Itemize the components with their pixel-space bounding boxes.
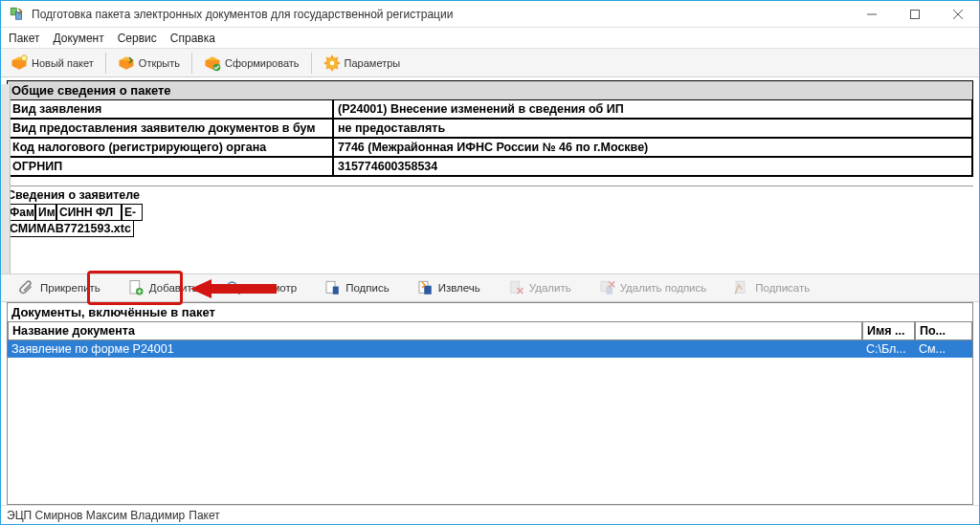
- svg-rect-17: [424, 286, 432, 295]
- general-header: Общие сведения о пакете: [8, 81, 972, 99]
- status-sign: ЭЦП Смирнов Максим Владимир: [7, 509, 185, 522]
- svg-rect-3: [910, 10, 919, 18]
- general-key: ОГРНИП: [8, 157, 333, 176]
- params-button[interactable]: Параметры: [318, 53, 407, 74]
- menubar: Пакет Документ Сервис Справка: [1, 28, 979, 49]
- svg-point-12: [228, 282, 236, 291]
- maximize-button[interactable]: [893, 1, 936, 27]
- docs-header: Документы, включённые в пакет: [8, 303, 972, 321]
- svg-point-6: [21, 55, 27, 60]
- sign-icon: [323, 279, 341, 296]
- delete-sign-icon: [598, 279, 615, 296]
- status-packet: Пакет: [189, 509, 219, 522]
- extract-icon: [416, 279, 434, 296]
- new-packet-button[interactable]: Новый пакет: [5, 53, 100, 74]
- docs-panel: Документы, включённые в пакет Название д…: [7, 302, 973, 505]
- general-panel: Общие сведения о пакете Вид заявления (Р…: [7, 80, 973, 177]
- app-icon: [9, 6, 26, 23]
- menu-help[interactable]: Справка: [170, 32, 215, 45]
- new-packet-icon: [11, 55, 28, 72]
- docs-body[interactable]: Заявление по форме Р24001 C:\Бл... См...: [8, 340, 972, 504]
- params-icon: [323, 55, 341, 72]
- attach-button[interactable]: Прикрепить: [11, 277, 108, 298]
- col-fam[interactable]: Фам: [7, 204, 35, 221]
- minimize-button[interactable]: [850, 1, 893, 27]
- app-window: Подготовка пакета электронных документов…: [0, 0, 980, 525]
- cell-name: Заявление по форме Р24001: [8, 340, 862, 358]
- svg-point-9: [329, 60, 334, 65]
- applicant-header: Сведения о заявителе: [7, 186, 973, 204]
- attach-icon: [18, 279, 35, 296]
- delete-icon: [507, 279, 524, 296]
- applicant-panel: Сведения о заявителе Фам Им СИНН ФЛ Е- С…: [7, 186, 973, 237]
- general-val[interactable]: (Р24001) Внесение изменений в сведения о…: [333, 99, 972, 119]
- window-title: Подготовка пакета электронных документов…: [32, 8, 850, 21]
- form-icon: [204, 55, 221, 72]
- add-button[interactable]: Добавить: [120, 277, 206, 298]
- separator: [311, 53, 312, 74]
- delete-sign-button[interactable]: Удалить подпись: [590, 277, 715, 298]
- col-name[interactable]: Название документа: [8, 321, 862, 340]
- svg-line-13: [235, 290, 240, 295]
- col-name[interactable]: Им: [35, 204, 56, 221]
- view-button[interactable]: Просмотр: [217, 277, 305, 298]
- svg-rect-22: [606, 287, 612, 295]
- general-key: Вид заявления: [8, 99, 333, 119]
- delete-button[interactable]: Удалить: [500, 277, 579, 298]
- docs-columns: Название документа Имя ... По...: [8, 321, 972, 340]
- col-sign[interactable]: По...: [915, 321, 972, 340]
- col-file[interactable]: Имя ...: [862, 321, 915, 340]
- col-inn[interactable]: СИНН ФЛ: [56, 204, 122, 221]
- separator: [191, 53, 192, 74]
- cell-sign: См...: [915, 340, 972, 358]
- statusbar: ЭЦП Смирнов Максим Владимир Пакет: [1, 505, 979, 524]
- view-icon: [225, 279, 242, 296]
- add-icon: [127, 279, 145, 296]
- menu-document[interactable]: Документ: [53, 32, 103, 45]
- table-row[interactable]: Заявление по форме Р24001 C:\Бл... См...: [8, 340, 972, 358]
- general-val[interactable]: не предоставлять: [333, 119, 972, 138]
- cell-file: C:\Бл...: [862, 340, 915, 358]
- doc-toolbar: Прикрепить Добавить Просмотр Подпись Изв…: [1, 273, 979, 302]
- open-icon: [118, 55, 135, 72]
- separator: [105, 53, 106, 74]
- menu-service[interactable]: Сервис: [118, 32, 157, 45]
- general-val[interactable]: 7746 (Межрайонная ИФНС России № 46 по г.…: [333, 138, 972, 157]
- menu-packet[interactable]: Пакет: [9, 32, 39, 45]
- svg-rect-15: [333, 287, 339, 295]
- sign2-icon: [733, 279, 750, 296]
- left-strip: [1, 84, 11, 285]
- svg-rect-18: [511, 281, 520, 293]
- applicant-row[interactable]: СМИМАВ7721593.xtc: [7, 221, 134, 237]
- col-email[interactable]: Е-: [122, 204, 143, 221]
- form-button[interactable]: Сформировать: [198, 53, 305, 74]
- general-key: Вид предоставления заявителю документов …: [8, 119, 333, 138]
- main-toolbar: Новый пакет Открыть Сформировать Парамет…: [1, 49, 979, 77]
- applicant-hdr-row: Фам Им СИНН ФЛ Е-: [7, 204, 973, 221]
- extract-button[interactable]: Извлечь: [409, 277, 488, 298]
- sign-button[interactable]: Подпись: [316, 277, 397, 298]
- window-controls: [850, 1, 979, 27]
- open-button[interactable]: Открыть: [112, 53, 186, 74]
- sign2-button[interactable]: Подписать: [725, 277, 817, 298]
- general-val[interactable]: 315774600358534: [333, 157, 972, 176]
- titlebar: Подготовка пакета электронных документов…: [1, 1, 979, 28]
- close-button[interactable]: [936, 1, 979, 27]
- general-key: Код налогового (регистрирующего) органа: [8, 138, 333, 157]
- general-grid: Вид заявления (Р24001) Внесение изменени…: [8, 99, 972, 176]
